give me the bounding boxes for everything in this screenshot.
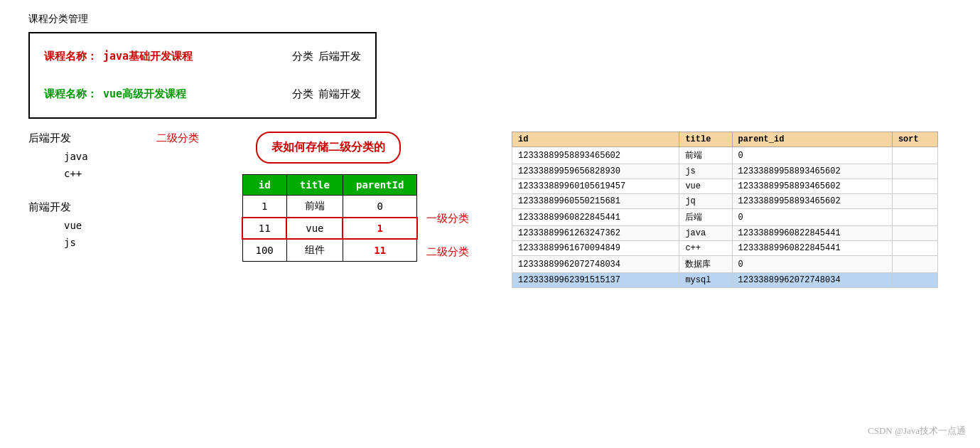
small-table-wrapper: id title parentId 1 前端 0 11 vue 1 100 xyxy=(242,174,418,262)
watermark: CSDN @Java技术一点通 xyxy=(868,425,966,437)
tree-js: js xyxy=(64,237,171,248)
db-cell-title-8: 数据库 xyxy=(679,256,732,273)
small-table: id title parentId 1 前端 0 11 vue 1 100 xyxy=(242,174,418,262)
course-category-1: 分类 后端开发 xyxy=(292,50,362,63)
tree-section: 后端开发 java c++ 前端开发 vue js xyxy=(28,132,171,254)
db-cell-parent-7: 12333889960822845441 xyxy=(732,241,892,256)
small-table-row-1: 1 前端 0 xyxy=(242,196,417,218)
db-table-row-6: 12333889961263247362 java 12333889960822… xyxy=(512,226,938,241)
second-class-label: 二级分类 xyxy=(156,132,199,145)
db-header-id: id xyxy=(512,132,679,147)
db-cell-sort-4 xyxy=(892,194,937,209)
db-table-row-8: 12333889962072748034 数据库 0 xyxy=(512,256,938,273)
small-table-row-2: 11 vue 1 xyxy=(242,218,417,239)
db-cell-title-4: jq xyxy=(679,194,732,209)
db-cell-id-6: 12333889961263247362 xyxy=(512,226,679,241)
db-cell-id-1: 12333889958893465602 xyxy=(512,147,679,164)
course-label-2: 课程名称： xyxy=(44,87,97,101)
db-cell-title-3: vue xyxy=(679,179,732,194)
db-cell-title-6: java xyxy=(679,226,732,241)
tree-backend-label: 后端开发 xyxy=(28,132,171,145)
db-cell-id-2: 12333889959656828930 xyxy=(512,164,679,179)
course-label-1: 课程名称： xyxy=(44,50,97,63)
page-title: 课程分类管理 xyxy=(28,13,88,26)
db-cell-id-9: 12333389962391515137 xyxy=(512,273,679,288)
db-cell-sort-1 xyxy=(892,147,937,164)
db-cell-parent-8: 0 xyxy=(732,256,892,273)
db-cell-parent-1: 0 xyxy=(732,147,892,164)
db-table-row-7: 12333889961670094849 c++ 123338899608228… xyxy=(512,241,938,256)
small-table-header-id: id xyxy=(242,175,286,196)
small-table-cell-title-2: vue xyxy=(286,218,343,239)
category-value-2: 前端开发 xyxy=(318,88,361,100)
db-cell-title-1: 前端 xyxy=(679,147,732,164)
db-cell-parent-3: 12333889958893465602 xyxy=(732,179,892,194)
db-cell-id-4: 12333889960550215681 xyxy=(512,194,679,209)
db-table-row-9: 12333389962391515137 mysql 1233388996207… xyxy=(512,273,938,288)
db-cell-sort-6 xyxy=(892,226,937,241)
page-wrapper: 课程分类管理 课程名称： java基础开发课程 分类 后端开发 课程名称： vu… xyxy=(0,0,980,448)
small-table-cell-title-3: 组件 xyxy=(286,239,343,262)
course-category-2: 分类 前端开发 xyxy=(292,87,362,101)
bubble-box: 表如何存储二级分类的 xyxy=(256,132,401,164)
db-cell-parent-4: 12333889958893465602 xyxy=(732,194,892,209)
db-cell-sort-8 xyxy=(892,256,937,273)
db-table: id title parent_id sort 1233388995889346… xyxy=(512,132,938,288)
db-table-row-3: 123333889960105619457 vue 12333889958893… xyxy=(512,179,938,194)
tree-vue: vue xyxy=(64,220,171,231)
small-table-cell-id-1: 1 xyxy=(242,196,286,218)
db-cell-parent-9: 12333889962072748034 xyxy=(732,273,892,288)
small-table-cell-title-1: 前端 xyxy=(286,196,343,218)
db-cell-id-7: 12333889961670094849 xyxy=(512,241,679,256)
small-table-cell-parentid-3: 11 xyxy=(343,239,416,262)
small-table-cell-parentid-1: 0 xyxy=(343,196,416,218)
db-table-row-2: 12333889959656828930 js 1233388995889346… xyxy=(512,164,938,179)
db-cell-id-3: 123333889960105619457 xyxy=(512,179,679,194)
db-cell-sort-5 xyxy=(892,209,937,226)
db-table-row-1: 12333889958893465602 前端 0 xyxy=(512,147,938,164)
db-header-parent-id: parent_id xyxy=(732,132,892,147)
small-table-header-row: id title parentId xyxy=(242,175,417,196)
course-box: 课程名称： java基础开发课程 分类 后端开发 课程名称： vue高级开发课程… xyxy=(28,32,377,119)
db-cell-sort-9 xyxy=(892,273,937,288)
small-table-row-3: 100 组件 11 xyxy=(242,239,417,262)
course-name-1: java基础开发课程 xyxy=(103,50,193,63)
db-header-title: title xyxy=(679,132,732,147)
tree-cpp: c++ xyxy=(64,168,171,179)
small-table-cell-id-2: 11 xyxy=(242,218,286,239)
db-cell-sort-3 xyxy=(892,179,937,194)
category-prefix-1: 分类 xyxy=(292,50,313,62)
small-table-header-title: title xyxy=(286,175,343,196)
tree-frontend-label: 前端开发 xyxy=(28,201,171,214)
db-cell-id-8: 12333889962072748034 xyxy=(512,256,679,273)
tree-java: java xyxy=(64,151,171,162)
level2-label: 二级分类 xyxy=(426,245,469,259)
course-item-2: 课程名称： vue高级开发课程 分类 前端开发 xyxy=(44,87,361,101)
db-cell-title-7: c++ xyxy=(679,241,732,256)
db-cell-title-5: 后端 xyxy=(679,209,732,226)
course-item-1: 课程名称： java基础开发课程 分类 后端开发 xyxy=(44,50,361,63)
category-prefix-2: 分类 xyxy=(292,88,313,100)
db-table-row-5: 12333889960822845441 后端 0 xyxy=(512,209,938,226)
db-table-row-4: 12333889960550215681 jq 1233388995889346… xyxy=(512,194,938,209)
db-cell-title-9: mysql xyxy=(679,273,732,288)
small-table-cell-parentid-2: 1 xyxy=(343,218,416,239)
small-table-header-parentid: parentId xyxy=(343,175,416,196)
db-table-wrapper: id title parent_id sort 1233388995889346… xyxy=(512,132,938,288)
db-cell-parent-6: 12333889960822845441 xyxy=(732,226,892,241)
db-header-sort: sort xyxy=(892,132,937,147)
db-table-header-row: id title parent_id sort xyxy=(512,132,938,147)
db-cell-id-5: 12333889960822845441 xyxy=(512,209,679,226)
course-name-2: vue高级开发课程 xyxy=(103,87,186,101)
level1-label: 一级分类 xyxy=(426,212,469,225)
small-table-cell-id-3: 100 xyxy=(242,239,286,262)
db-cell-sort-7 xyxy=(892,241,937,256)
db-cell-title-2: js xyxy=(679,164,732,179)
db-cell-parent-5: 0 xyxy=(732,209,892,226)
db-cell-parent-2: 12333889958893465602 xyxy=(732,164,892,179)
db-cell-sort-2 xyxy=(892,164,937,179)
category-value-1: 后端开发 xyxy=(318,50,361,62)
